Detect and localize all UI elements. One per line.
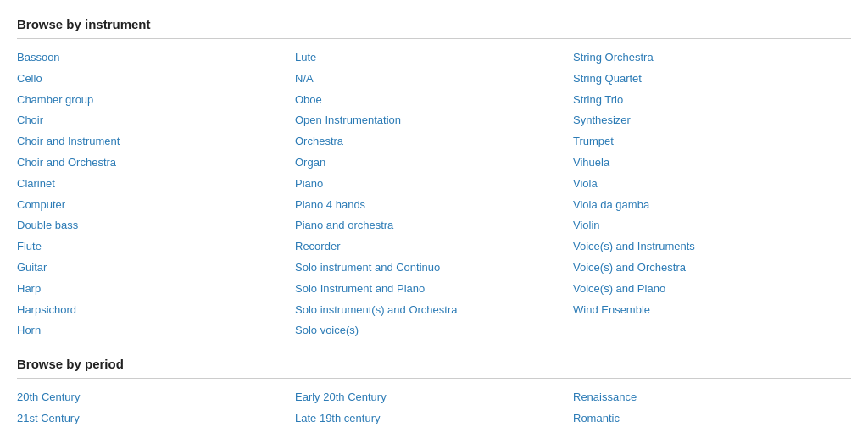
period-link[interactable]: Renaissance xyxy=(573,389,851,407)
instrument-link[interactable]: Orchestra xyxy=(295,133,573,151)
period-col-3: RenaissanceRomanticTraditional xyxy=(573,389,851,427)
instrument-link[interactable]: Flute xyxy=(17,238,295,256)
instrument-link[interactable]: Bassoon xyxy=(17,49,295,67)
instrument-link[interactable]: Voice(s) and Orchestra xyxy=(573,259,851,277)
instrument-link[interactable]: Double bass xyxy=(17,217,295,235)
instrument-section-title: Browse by instrument xyxy=(17,17,851,31)
period-col-1: 20th Century21st CenturyBaroqueClassical xyxy=(17,389,295,427)
period-section-title: Browse by period xyxy=(17,357,851,371)
instrument-section: Browse by instrument BassoonCelloChamber… xyxy=(17,17,851,340)
period-link[interactable]: 21st Century xyxy=(17,410,295,427)
period-link[interactable]: Early 20th Century xyxy=(295,389,573,407)
instrument-link[interactable]: Viola da gamba xyxy=(573,197,851,214)
instrument-link[interactable]: Lute xyxy=(295,49,573,67)
instrument-link[interactable]: Piano and orchestra xyxy=(295,217,573,235)
instrument-link[interactable]: Voice(s) and Piano xyxy=(573,280,851,298)
instrument-link[interactable]: Solo Instrument and Piano xyxy=(295,280,573,298)
instrument-link[interactable]: Organ xyxy=(295,154,573,172)
period-section: Browse by period 20th Century21st Centur… xyxy=(17,357,851,427)
period-link[interactable]: 20th Century xyxy=(17,389,295,407)
instrument-link[interactable]: Harp xyxy=(17,280,295,298)
instrument-link[interactable]: Viola xyxy=(573,175,851,193)
instrument-link[interactable]: Computer xyxy=(17,197,295,214)
instrument-col-1: BassoonCelloChamber groupChoirChoir and … xyxy=(17,49,295,340)
instrument-link[interactable]: Harpsichord xyxy=(17,302,295,319)
instrument-link[interactable]: Vihuela xyxy=(573,154,851,172)
instrument-link[interactable]: Choir and Orchestra xyxy=(17,154,295,172)
instrument-link[interactable]: Choir and Instrument xyxy=(17,133,295,151)
instrument-col-3: String OrchestraString QuartetString Tri… xyxy=(573,49,851,340)
period-link[interactable]: Romantic xyxy=(573,410,851,427)
instrument-link[interactable]: Synthesizer xyxy=(573,112,851,130)
period-col-2: Early 20th CenturyLate 19th centuryMedie… xyxy=(295,389,573,427)
instrument-link[interactable]: String Orchestra xyxy=(573,49,851,67)
instrument-link[interactable]: Trumpet xyxy=(573,133,851,151)
period-link[interactable]: Late 19th century xyxy=(295,410,573,427)
instrument-link[interactable]: String Trio xyxy=(573,92,851,109)
instrument-link[interactable]: String Quartet xyxy=(573,70,851,88)
instrument-link[interactable]: Horn xyxy=(17,322,295,340)
instrument-link[interactable]: Piano xyxy=(295,175,573,193)
period-divider xyxy=(17,378,851,379)
instrument-link[interactable]: Piano 4 hands xyxy=(295,197,573,214)
instrument-link[interactable]: Oboe xyxy=(295,92,573,109)
instrument-link[interactable]: Clarinet xyxy=(17,175,295,193)
instrument-link[interactable]: Voice(s) and Instruments xyxy=(573,238,851,256)
instrument-link[interactable]: Violin xyxy=(573,217,851,235)
instrument-link[interactable]: Solo voice(s) xyxy=(295,322,573,340)
instrument-col-2: LuteN/AOboeOpen InstrumentationOrchestra… xyxy=(295,49,573,340)
instrument-link[interactable]: Guitar xyxy=(17,259,295,277)
instrument-columns: BassoonCelloChamber groupChoirChoir and … xyxy=(17,49,851,340)
instrument-link[interactable]: Solo instrument(s) and Orchestra xyxy=(295,302,573,319)
instrument-link[interactable]: Chamber group xyxy=(17,92,295,109)
instrument-link[interactable]: Cello xyxy=(17,70,295,88)
instrument-link[interactable]: N/A xyxy=(295,70,573,88)
period-columns: 20th Century21st CenturyBaroqueClassical… xyxy=(17,389,851,427)
instrument-divider xyxy=(17,38,851,39)
instrument-link[interactable]: Wind Ensemble xyxy=(573,302,851,319)
instrument-link[interactable]: Recorder xyxy=(295,238,573,256)
instrument-link[interactable]: Solo instrument and Continuo xyxy=(295,259,573,277)
instrument-link[interactable]: Choir xyxy=(17,112,295,130)
instrument-link[interactable]: Open Instrumentation xyxy=(295,112,573,130)
